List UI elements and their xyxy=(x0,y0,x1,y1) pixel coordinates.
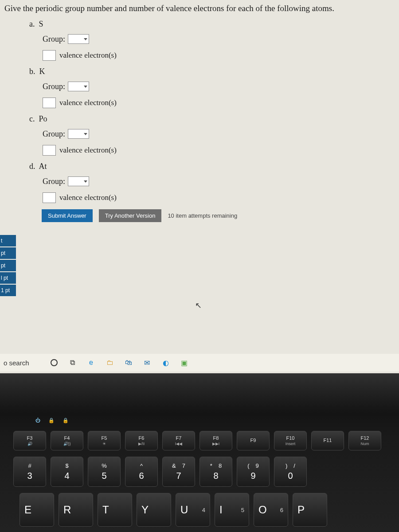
group-label: Group: xyxy=(43,82,65,91)
item-label: c. Po xyxy=(29,114,394,124)
letter-key: U4 xyxy=(176,493,210,527)
group-label: Group: xyxy=(43,177,65,186)
letter-key: R xyxy=(59,493,93,527)
group-label: Group: xyxy=(43,129,65,139)
submit-button[interactable]: Submit Answer xyxy=(42,209,93,222)
number-key: )/0 xyxy=(274,457,307,487)
item-d: d. At Group: valence electron(s) xyxy=(29,162,394,203)
valence-label: valence electron(s) xyxy=(59,193,117,202)
valence-input-b[interactable] xyxy=(43,98,56,108)
power-led-icon: ⏻ xyxy=(35,418,40,423)
item-b: b. K Group: valence electron(s) xyxy=(29,67,394,108)
chevron-down-icon xyxy=(84,86,87,88)
letter-key-row: ERTYU4I5O6P xyxy=(20,493,327,527)
number-key: ^6 xyxy=(125,457,158,487)
fn-key: F8▶▶I xyxy=(200,431,232,450)
letter-key: T xyxy=(98,493,132,527)
search-text[interactable]: o search xyxy=(4,359,29,367)
task-view-icon[interactable]: ⧉ xyxy=(68,358,77,367)
side-tab[interactable]: pt xyxy=(0,247,16,259)
taskbar: o search ⧉ e 🗀 🛍 ✉ ◐ ▣ xyxy=(0,354,399,372)
letter-key: I5 xyxy=(215,493,249,527)
number-key: %5 xyxy=(88,457,121,487)
letter-key: E xyxy=(20,493,54,527)
item-c: c. Po Group: valence electron(s) xyxy=(29,114,394,156)
store-icon[interactable]: 🛍 xyxy=(124,358,133,367)
letter-key: P xyxy=(293,493,327,527)
app-icon[interactable]: ▣ xyxy=(180,358,189,367)
cortana-icon[interactable] xyxy=(50,358,59,367)
number-key-row: #3$4%5^6&77*88(99)/0 xyxy=(13,457,307,487)
lock-led-icon: 🔒 xyxy=(63,418,69,423)
group-select-b[interactable] xyxy=(68,82,89,91)
letter-key: Y xyxy=(137,493,171,527)
group-select-a[interactable] xyxy=(68,34,89,44)
fn-key: F12Num xyxy=(348,431,381,450)
valence-label: valence electron(s) xyxy=(59,146,117,155)
mail-icon[interactable]: ✉ xyxy=(143,358,152,367)
side-tab[interactable]: 1 pt xyxy=(0,285,16,296)
valence-input-d[interactable] xyxy=(43,192,56,203)
function-key-row: F3🔊F4🔊))F5☀F6▶/IIF7I◀◀F8▶▶IF9F10InsertF1… xyxy=(13,431,381,450)
item-label: b. K xyxy=(29,67,394,76)
chevron-down-icon xyxy=(84,180,87,183)
explorer-icon[interactable]: 🗀 xyxy=(106,358,114,367)
question-prompt: Give the periodic group number and numbe… xyxy=(0,0,399,20)
fn-key: F11 xyxy=(311,431,344,450)
item-label: d. At xyxy=(29,162,394,171)
fn-key: F6▶/II xyxy=(125,431,158,450)
number-key: &77 xyxy=(162,457,195,487)
attempts-remaining: 10 item attempts remaining xyxy=(168,212,237,219)
group-label: Group: xyxy=(43,35,65,44)
try-another-button[interactable]: Try Another Version xyxy=(99,209,162,222)
side-tab[interactable]: l pt xyxy=(0,272,16,284)
item-a: a. S Group: valence electron(s) xyxy=(29,20,394,61)
action-row: Submit Answer Try Another Version 10 ite… xyxy=(42,209,394,222)
fn-key: F10Insert xyxy=(274,431,307,450)
item-label: a. S xyxy=(29,20,394,29)
lock-led-icon: 🔒 xyxy=(48,418,55,423)
side-tab[interactable]: t xyxy=(0,235,16,246)
browser-icon[interactable]: ◐ xyxy=(161,358,170,367)
fn-key: F9 xyxy=(237,431,270,450)
points-sidebar: t pt pt l pt 1 pt xyxy=(0,235,16,296)
letter-key: O6 xyxy=(254,493,288,527)
group-select-c[interactable] xyxy=(68,129,89,139)
physical-keyboard: ⏻ 🔒 🔒 F3🔊F4🔊))F5☀F6▶/IIF7I◀◀F8▶▶IF9F10In… xyxy=(0,373,399,532)
valence-label: valence electron(s) xyxy=(59,51,117,60)
fn-key: F3🔊 xyxy=(13,431,46,450)
group-select-d[interactable] xyxy=(68,176,89,186)
fn-key: F4🔊)) xyxy=(51,431,83,450)
number-key: #3 xyxy=(13,457,46,487)
fn-key: F7I◀◀ xyxy=(162,431,195,450)
fn-key: F5☀ xyxy=(88,431,121,450)
number-key: (99 xyxy=(237,457,270,487)
chevron-down-icon xyxy=(84,38,87,40)
question-content: a. S Group: valence electron(s) b. K Gro… xyxy=(21,20,399,222)
valence-input-a[interactable] xyxy=(43,50,56,61)
valence-input-c[interactable] xyxy=(43,145,56,156)
chevron-down-icon xyxy=(84,133,87,135)
number-key: $4 xyxy=(51,457,83,487)
valence-label: valence electron(s) xyxy=(59,98,117,107)
side-tab[interactable]: pt xyxy=(0,260,16,271)
edge-icon[interactable]: e xyxy=(87,358,96,367)
number-key: *88 xyxy=(200,457,232,487)
cursor-icon: ↖ xyxy=(195,301,202,310)
